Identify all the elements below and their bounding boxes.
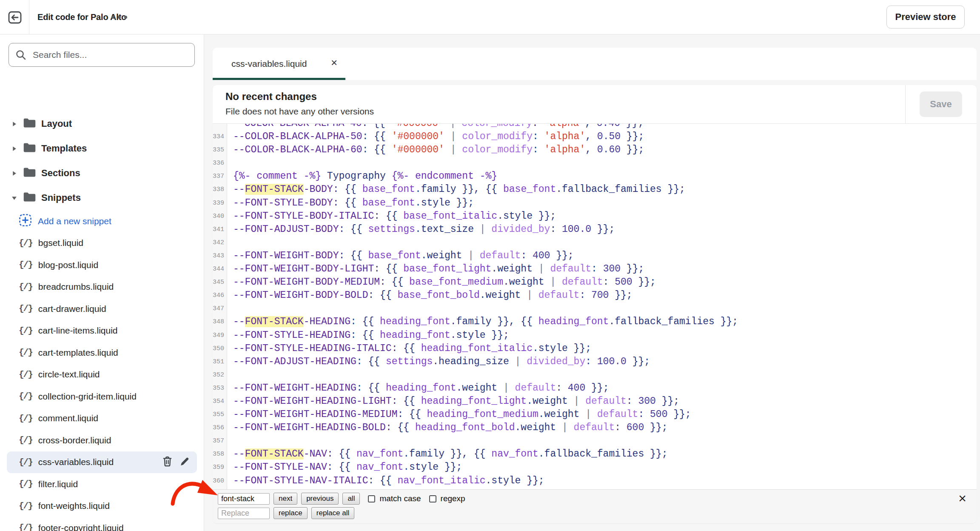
match-case-checkbox[interactable] [368, 495, 375, 502]
line-content [227, 302, 233, 315]
sidebar-folder-list: LayoutTemplatesSectionsSnippets [0, 111, 204, 210]
code-line: 339--FONT-STYLE-BODY: {{ base_font.style… [213, 197, 977, 210]
search-icon [15, 49, 26, 60]
search-match-highlight: FONT-STACK [245, 316, 304, 327]
file-item-collection-grid-item[interactable]: {/}collection-grid-item.liquid [7, 385, 197, 408]
folder-label: Snippets [41, 192, 81, 203]
active-tab-underline [213, 78, 345, 80]
collapse-sidebar-icon[interactable] [7, 9, 23, 26]
line-number: 346 [213, 289, 227, 302]
close-find-bar-icon[interactable]: × [958, 491, 966, 506]
file-item-blog-post[interactable]: {/}blog-post.liquid [7, 254, 197, 276]
sidebar-folder-templates[interactable]: Templates [0, 136, 204, 161]
code-line: 341--FONT-ADJUST-BODY: {{ settings.text_… [213, 223, 977, 236]
line-content: --FONT-WEIGHT-BODY-BOLD: {{ base_font_bo… [227, 289, 632, 302]
sidebar-file-list: Add a new snippet{/}bgset.liquid{/}blog-… [0, 210, 204, 531]
file-item-footer-copyright[interactable]: {/}footer-copyright.liquid [7, 517, 197, 531]
tab-css-variables[interactable]: css-variables.liquid × [213, 48, 345, 80]
search-files-input[interactable]: Search files... [9, 43, 195, 67]
add-new-snippet-button[interactable]: Add a new snippet [7, 210, 197, 232]
close-tab-icon[interactable]: × [331, 56, 337, 69]
code-line: 347 [213, 302, 977, 315]
file-item-bgset[interactable]: {/}bgset.liquid [7, 232, 197, 254]
rename-file-icon[interactable] [179, 456, 190, 468]
version-header: No recent changes File does not have any… [213, 85, 977, 124]
file-item-cross-border[interactable]: {/}cross-border.liquid [7, 429, 197, 451]
folder-icon [23, 142, 36, 155]
overflow-menu-icon[interactable] [111, 13, 127, 21]
add-snippet-icon [19, 214, 32, 228]
line-content [227, 434, 233, 448]
file-item-cart-drawer[interactable]: {/}cart-drawer.liquid [7, 298, 197, 320]
caret-right-icon [10, 170, 18, 177]
replace-input[interactable] [218, 508, 270, 519]
editor-tab-strip: css-variables.liquid × [213, 48, 977, 80]
liquid-file-icon: {/} [19, 348, 32, 357]
folder-icon [23, 191, 36, 204]
liquid-file-icon: {/} [19, 501, 32, 511]
folder-icon [23, 167, 36, 180]
line-number: 345 [213, 276, 227, 289]
replace-button[interactable]: replace [273, 507, 308, 519]
line-content [227, 157, 233, 170]
code-editor[interactable]: --COLOR-BLACK-ALPHA-40: {{ '#000000' | c… [213, 124, 977, 489]
replace-all-button[interactable]: replace all [311, 507, 355, 519]
line-number: 338 [213, 183, 227, 196]
code-line: 355--FONT-WEIGHT-HEADING-MEDIUM: {{ head… [213, 408, 977, 421]
match-case-label: match case [379, 494, 421, 503]
code-line: 356--FONT-WEIGHT-HEADING-BOLD: {{ headin… [213, 421, 977, 434]
version-header-subtitle: File does not have any other versions [225, 106, 374, 117]
code-line: 360--FONT-STYLE-NAV-ITALIC: {{ nav_font_… [213, 474, 977, 488]
line-number: 354 [213, 395, 227, 408]
file-item-filter[interactable]: {/}filter.liquid [7, 473, 197, 495]
line-content: --FONT-WEIGHT-BODY: {{ base_font.weight … [227, 249, 574, 263]
line-content: --COLOR-BLACK-ALPHA-60: {{ '#000000' | c… [227, 143, 644, 157]
folder-icon [23, 117, 36, 130]
find-input[interactable] [218, 493, 270, 505]
line-content: --COLOR-BLACK-ALPHA-40: {{ '#000000' | c… [227, 124, 644, 130]
line-content: --FONT-STYLE-BODY-ITALIC: {{ base_font_i… [227, 210, 556, 223]
sidebar-folder-snippets[interactable]: Snippets [0, 186, 204, 210]
line-content: --COLOR-BLACK-ALPHA-50: {{ '#000000' | c… [227, 130, 644, 143]
line-number: 336 [213, 157, 227, 170]
save-button[interactable]: Save [920, 91, 962, 117]
code-line: 354--FONT-WEIGHT-HEADING-LIGHT: {{ headi… [213, 395, 977, 408]
line-number: 343 [213, 249, 227, 263]
find-all-button[interactable]: all [342, 493, 360, 505]
preview-store-button[interactable]: Preview store [886, 6, 965, 29]
regexp-label: regexp [441, 494, 465, 503]
file-item-css-variables[interactable]: {/}css-variables.liquid [7, 451, 197, 474]
find-next-button[interactable]: next [273, 493, 297, 505]
file-item-comment[interactable]: {/}comment.liquid [7, 408, 197, 430]
search-placeholder: Search files... [33, 43, 87, 66]
topbar-divider [29, 0, 29, 34]
file-item-cart-templates[interactable]: {/}cart-templates.liquid [7, 342, 197, 364]
delete-file-icon[interactable] [162, 456, 173, 469]
line-number: 349 [213, 329, 227, 342]
sidebar-folder-layout[interactable]: Layout [0, 111, 204, 136]
version-header-title: No recent changes [225, 91, 317, 103]
line-number: 335 [213, 143, 227, 157]
line-content: --FONT-STACK-NAV: {{ nav_font.family }},… [227, 448, 667, 461]
line-content: --FONT-STACK-BODY: {{ base_font.family }… [227, 183, 685, 196]
code-line: 343--FONT-WEIGHT-BODY: {{ base_font.weig… [213, 249, 977, 263]
find-previous-button[interactable]: previous [301, 493, 339, 505]
file-label: footer-copyright.liquid [38, 523, 124, 531]
regexp-checkbox[interactable] [429, 495, 436, 502]
line-number: 356 [213, 421, 227, 434]
line-content: --FONT-STYLE-NAV: {{ nav_font.style }}; [227, 461, 462, 474]
search-match-highlight: FONT-STACK [245, 184, 304, 195]
file-item-breadcrumbs[interactable]: {/}breadcrumbs.liquid [7, 276, 197, 298]
file-label: font-weights.liquid [38, 501, 110, 511]
line-number: 358 [213, 448, 227, 461]
code-line: 337{%- comment -%} Typography {%- endcom… [213, 170, 977, 183]
sidebar-folder-sections[interactable]: Sections [0, 161, 204, 186]
file-item-font-weights[interactable]: {/}font-weights.liquid [7, 495, 197, 517]
file-sidebar: Search files... LayoutTemplatesSectionsS… [0, 34, 204, 531]
file-item-circle-text[interactable]: {/}circle-text.liquid [7, 364, 197, 386]
file-item-cart-line-items[interactable]: {/}cart-line-items.liquid [7, 320, 197, 342]
code-line: 348--FONT-STACK-HEADING: {{ heading_font… [213, 315, 977, 328]
line-content: --FONT-STYLE-HEADING: {{ heading_font.st… [227, 329, 509, 342]
line-number: 342 [213, 236, 227, 249]
line-content: --FONT-STYLE-HEADING-ITALIC: {{ heading_… [227, 342, 591, 355]
